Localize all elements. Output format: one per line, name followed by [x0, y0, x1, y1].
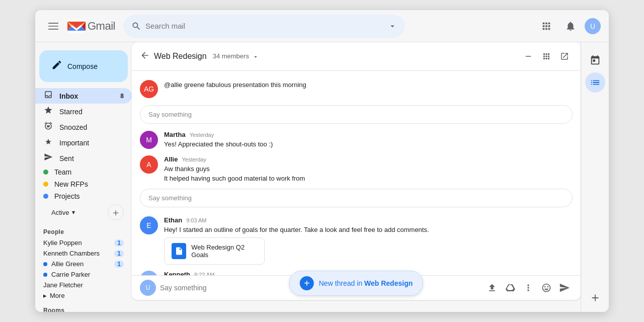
allie-name: Allie Green	[51, 260, 84, 268]
sidebar-item-starred[interactable]: Starred	[35, 104, 132, 119]
sent-label: Sent	[59, 154, 74, 163]
more-link[interactable]: ▸ More	[35, 290, 132, 301]
msg-content: Martha Yesterday Yes! Appreciated the sh…	[164, 131, 573, 149]
drive-icon[interactable]	[502, 280, 518, 296]
inbox-icon	[43, 90, 53, 102]
checklist-icon[interactable]	[585, 72, 605, 93]
message-group-allie: A Allie Yesterday Aw thanks guys It help…	[132, 152, 581, 187]
team-dot	[43, 170, 48, 175]
new-rfps-dot	[43, 182, 48, 187]
msg-sender: Ethan	[164, 216, 182, 224]
sidebar-item-projects[interactable]: Projects	[35, 190, 132, 202]
members-count: 34 members	[213, 52, 259, 60]
messages-area: AG @allie greene fabulous presentation t…	[132, 71, 581, 275]
chat-header: Web Redesign 34 members	[132, 42, 581, 71]
new-rfps-label: New RFPs	[54, 180, 88, 188]
star-icon	[43, 106, 53, 117]
active-section[interactable]: Active ▾	[43, 207, 83, 218]
notifications-icon[interactable]	[560, 16, 581, 36]
ethan-avatar: E	[140, 216, 158, 234]
msg-sender: Allie	[164, 155, 178, 163]
input-avatar: U	[140, 280, 156, 296]
say-something-box-1[interactable]: Say something	[140, 105, 573, 124]
sidebar-item-team[interactable]: Team	[35, 166, 132, 178]
search-filter-icon	[388, 22, 397, 31]
msg-time: Yesterday	[182, 156, 206, 163]
msg-time: 9:03 AM	[186, 217, 206, 223]
active-label: Active	[51, 209, 69, 216]
sent-icon	[43, 152, 53, 164]
compose-button[interactable]: Compose	[39, 50, 128, 82]
search-icon	[131, 21, 141, 31]
right-panel	[581, 42, 609, 312]
back-button[interactable]	[140, 50, 150, 63]
chat-window: Web Redesign 34 members	[132, 42, 581, 300]
sidebar-item-inbox[interactable]: Inbox 8	[35, 88, 132, 104]
message-group-martha: M Martha Yesterday Yes! Appreciated the …	[132, 128, 581, 152]
active-section-row: Active ▾ ＋	[35, 202, 132, 222]
calendar-icon[interactable]	[585, 50, 605, 70]
team-label: Team	[54, 168, 71, 176]
sidebar-item-snoozed[interactable]: Snoozed	[35, 119, 132, 135]
starred-label: Starred	[59, 108, 83, 116]
msg-content: Ethan 9:03 AM Hey! I started an outline …	[164, 216, 573, 265]
header-actions	[520, 48, 573, 64]
people-item-kylie[interactable]: Kylie Poppen 1	[35, 237, 132, 248]
attachment[interactable]: Web Redesign Q2 Goals	[164, 237, 265, 265]
active-chevron-icon: ▾	[72, 209, 75, 216]
rooms-section-header: Rooms	[35, 301, 132, 312]
attachment-icon	[172, 243, 186, 259]
send-button[interactable]	[556, 280, 573, 296]
new-thread-label: New thread in Web Redesign	[319, 279, 413, 287]
kylie-badge: 1	[114, 239, 124, 247]
people-item-jane[interactable]: Jane Fletcher	[35, 280, 132, 290]
chevron-more-icon: ▸	[43, 292, 47, 299]
add-active-button[interactable]: ＋	[108, 204, 124, 220]
add-panel-button[interactable]	[585, 288, 605, 308]
projects-label: Projects	[54, 192, 80, 200]
search-bar[interactable]	[123, 15, 405, 38]
expand-button[interactable]	[538, 48, 554, 64]
more-label: More	[50, 292, 65, 299]
avatar[interactable]: U	[585, 18, 601, 34]
search-input[interactable]	[145, 22, 384, 30]
sidebar-item-sent[interactable]: Sent	[35, 150, 132, 166]
upload-icon[interactable]	[484, 280, 500, 296]
kenneth-avatar: K	[140, 271, 158, 275]
say-something-box-2[interactable]: Say something	[140, 189, 573, 207]
top-bar-right: U	[536, 16, 601, 36]
say-something-placeholder: Say something	[148, 111, 192, 118]
chat-main-area: Web Redesign 34 members	[132, 42, 581, 312]
people-item-carrie[interactable]: Carrie Parker	[35, 269, 132, 280]
sidebar: Compose Inbox 8 Starred Snoozed	[35, 42, 132, 312]
inbox-label: Inbox	[59, 92, 78, 100]
carrie-online-dot	[43, 273, 47, 277]
open-full-button[interactable]	[556, 48, 573, 64]
minimize-button[interactable]	[520, 48, 536, 64]
msg-meta: Martha Yesterday	[164, 131, 573, 138]
allie-online-dot	[43, 262, 47, 266]
message-group: AG @allie greene fabulous presentation t…	[132, 77, 581, 101]
compose-label: Compose	[67, 62, 98, 70]
apps-icon[interactable]	[536, 16, 556, 36]
people-item-kenneth[interactable]: Kenneth Chambers 1	[35, 248, 132, 259]
inbox-badge: 8	[120, 93, 124, 100]
important-icon	[43, 137, 53, 148]
top-bar: Gmail U	[35, 10, 609, 42]
svg-rect-1	[48, 26, 58, 27]
sidebar-item-new-rfps[interactable]: New RFPs	[35, 178, 132, 190]
compose-icon	[51, 59, 62, 73]
emoji-icon[interactable]	[538, 280, 554, 296]
more-options-icon[interactable]	[520, 280, 536, 296]
people-item-allie[interactable]: Allie Green 1	[35, 259, 132, 269]
msg-content: Allie Yesterday Aw thanks guys It helped…	[164, 155, 573, 184]
msg-sender: Kenneth	[164, 271, 190, 275]
menu-icon[interactable]	[43, 16, 63, 36]
sidebar-item-important[interactable]: Important	[35, 135, 132, 150]
allie-badge: 1	[114, 261, 124, 268]
chat-title: Web Redesign	[154, 52, 207, 61]
kylie-name: Kylie Poppen	[43, 239, 82, 247]
main-content: Compose Inbox 8 Starred Snoozed	[35, 42, 609, 312]
attachment-name: Web Redesign Q2 Goals	[191, 244, 257, 259]
new-thread-button[interactable]: + New thread in Web Redesign	[289, 271, 423, 296]
